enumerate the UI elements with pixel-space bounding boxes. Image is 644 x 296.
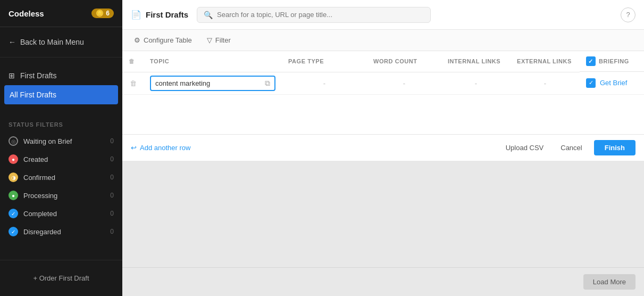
column-header-check: 🗑	[122, 51, 144, 72]
page-title-area: 📄 First Drafts	[131, 10, 188, 20]
internal-links-value: -	[475, 79, 477, 87]
status-filter-disregarded[interactable]: ✓ Disregarded 0	[0, 223, 122, 241]
confirmed-icon: ◑	[9, 172, 18, 182]
coin-badge: 🪙 6	[91, 9, 114, 18]
add-another-row-button[interactable]: ↩ Add another row	[131, 144, 190, 152]
internal-links-cell: -	[441, 72, 511, 94]
briefing-col-label: BRIEFING	[599, 58, 629, 64]
word-count-value: -	[403, 79, 405, 87]
search-input[interactable]	[217, 11, 424, 19]
waiting-label: Waiting on Brief	[23, 137, 72, 145]
status-filter-processing[interactable]: ● Processing 0	[0, 186, 122, 204]
processing-label: Processing	[23, 192, 57, 200]
upload-csv-button[interactable]: Upload CSV	[500, 141, 549, 155]
disregarded-label: Disregarded	[23, 228, 61, 236]
page-title: First Drafts	[146, 10, 188, 19]
completed-count: 0	[110, 210, 114, 217]
external-links-cell: -	[511, 72, 580, 94]
page-type-cell: -	[282, 72, 367, 94]
topic-col-label: TOPIC	[150, 58, 169, 64]
table-header-row: 🗑 TOPIC PAGE TYPE WORD COUNT INTERNAL LI…	[122, 51, 644, 72]
page-type-value: -	[323, 79, 325, 87]
main-content: 📄 First Drafts 🔍 ? ⚙ Configure Table ▽ F…	[122, 0, 644, 296]
column-header-word-count: WORD COUNT	[367, 51, 441, 72]
external-links-value: -	[544, 79, 546, 87]
briefing-row-checkbox[interactable]: ✓	[586, 78, 596, 88]
table-row: 🗑 ⧉ - - -	[122, 72, 644, 94]
app-logo: Codeless	[9, 9, 44, 18]
status-filter-completed[interactable]: ✓ Completed 0	[0, 204, 122, 223]
waiting-count: 0	[110, 137, 114, 145]
column-header-topic: TOPIC	[144, 51, 282, 72]
first-drafts-nav-label: First Drafts	[20, 71, 56, 80]
page-type-col-label: PAGE TYPE	[288, 58, 324, 64]
topic-input[interactable]	[155, 79, 262, 87]
topbar: 📄 First Drafts 🔍 ?	[122, 0, 644, 30]
external-links-col-label: EXTERNAL LINKS	[517, 58, 572, 64]
filter-label: Filter	[215, 36, 231, 44]
back-label: Back to Main Menu	[20, 38, 84, 46]
status-filters-label: STATUS FILTERS	[0, 113, 122, 132]
word-count-col-label: WORD COUNT	[373, 58, 417, 64]
processing-count: 0	[110, 192, 114, 199]
help-icon: ?	[626, 11, 630, 19]
column-header-external-links: EXTERNAL LINKS	[511, 51, 580, 72]
status-filter-confirmed[interactable]: ◑ Confirmed 0	[0, 168, 122, 186]
cancel-button[interactable]: Cancel	[555, 141, 587, 155]
word-count-cell: -	[367, 72, 441, 94]
topic-cell[interactable]: ⧉	[144, 72, 282, 94]
internal-links-col-label: INTERNAL LINKS	[448, 58, 500, 64]
back-to-menu-button[interactable]: ← Back to Main Menu	[0, 27, 122, 57]
sidebar-item-first-drafts[interactable]: ⊞ First Drafts	[0, 66, 122, 85]
add-row-label: Add another row	[140, 144, 190, 152]
sidebar-item-all-first-drafts[interactable]: All First Drafts	[4, 85, 118, 104]
toolbar: ⚙ Configure Table ▽ Filter	[122, 30, 644, 51]
briefing-cell: ✓ Get Brief	[580, 72, 644, 94]
back-arrow-icon: ←	[9, 38, 16, 46]
sidebar-bottom: + Order First Draft	[0, 260, 122, 296]
confirmed-count: 0	[110, 174, 114, 181]
sidebar-nav: ⊞ First Drafts All First Drafts	[0, 57, 122, 113]
search-icon: 🔍	[204, 11, 213, 19]
briefing-header-checkbox[interactable]: ✓	[586, 56, 596, 66]
completed-label: Completed	[23, 210, 57, 218]
order-first-draft-button[interactable]: + Order First Draft	[9, 269, 114, 287]
row-delete-cell: 🗑	[122, 72, 144, 94]
coin-icon: 🪙	[96, 10, 104, 17]
sidebar: Codeless 🪙 6 ← Back to Main Menu ⊞ First…	[0, 0, 122, 296]
sidebar-header: Codeless 🪙 6	[0, 0, 122, 27]
disregarded-icon: ✓	[9, 227, 18, 236]
status-filters-list: ◎ Waiting on Brief 0 ● Created 0 ◑ Confi…	[0, 132, 122, 241]
disregarded-count: 0	[110, 228, 114, 235]
all-first-drafts-label: All First Drafts	[10, 91, 56, 99]
row-delete-icon[interactable]: 🗑	[130, 79, 137, 87]
column-header-internal-links: INTERNAL LINKS	[441, 51, 511, 72]
briefing-cell-content: ✓ Get Brief	[586, 78, 644, 88]
finish-button[interactable]: Finish	[594, 140, 635, 155]
waiting-icon: ◎	[9, 136, 18, 146]
configure-table-button[interactable]: ⚙ Configure Table	[131, 34, 195, 46]
status-filter-waiting[interactable]: ◎ Waiting on Brief 0	[0, 132, 122, 150]
add-row-bar: ↩ Add another row Upload CSV Cancel Fini…	[122, 134, 644, 161]
configure-table-icon: ⚙	[134, 36, 140, 44]
search-bar[interactable]: 🔍	[197, 7, 431, 23]
filter-icon: ▽	[207, 36, 212, 44]
coin-count: 6	[106, 10, 110, 17]
column-header-briefing: ✓ BRIEFING	[580, 51, 644, 72]
copy-icon[interactable]: ⧉	[265, 79, 270, 88]
get-brief-link[interactable]: Get Brief	[600, 79, 627, 87]
status-filter-created[interactable]: ● Created 0	[0, 150, 122, 168]
first-drafts-nav-icon: ⊞	[9, 71, 15, 80]
delete-icon: 🗑	[129, 58, 135, 64]
topic-input-wrap[interactable]: ⧉	[150, 76, 275, 91]
processing-icon: ●	[9, 191, 18, 200]
completed-icon: ✓	[9, 209, 18, 218]
confirmed-label: Confirmed	[23, 174, 55, 182]
filter-button[interactable]: ▽ Filter	[204, 34, 234, 46]
column-header-page-type: PAGE TYPE	[282, 51, 367, 72]
order-btn-label: + Order First Draft	[33, 274, 89, 282]
table-wrapper: 🗑 TOPIC PAGE TYPE WORD COUNT INTERNAL LI…	[122, 51, 644, 134]
empty-area	[122, 161, 644, 267]
load-more-button[interactable]: Load More	[583, 274, 635, 290]
help-button[interactable]: ?	[621, 7, 635, 22]
